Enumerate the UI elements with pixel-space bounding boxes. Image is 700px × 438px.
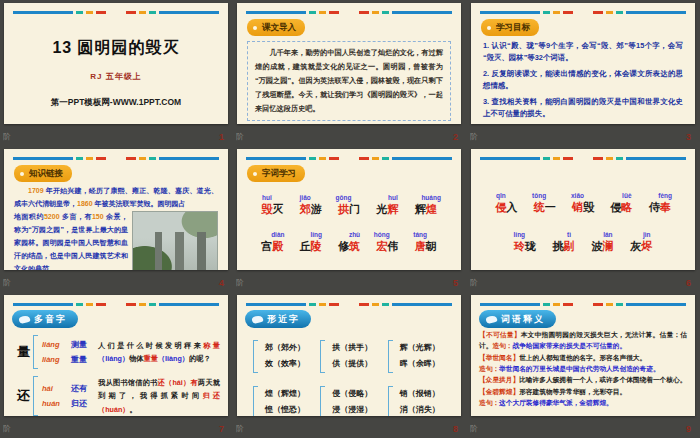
sentence: 战争给国家带来的损失是不可估量的。	[512, 342, 626, 349]
slide-cell-6: qīn侵入 tǒng统一 xiāo销毁 侵lüè略 侍fèng奉 líng玲珑 …	[467, 146, 700, 292]
key-char-wrap: huī辉	[387, 202, 398, 217]
brace	[253, 340, 258, 373]
key-char-wrap: diàn殿	[272, 239, 283, 254]
definition-entry: 【金碧辉煌】形容建筑物等异常华丽，光彩夺目。造句：这个大厅装修得豪华气派，金碧辉…	[479, 387, 687, 409]
text-run: 。	[130, 405, 137, 414]
sentence-label: 造句：	[479, 365, 499, 372]
slide-thumbnail-1[interactable]: 13 圆明园的毁灭 RJ 五年级上 第一PPT模板网-WWW.1PPT.COM	[4, 3, 228, 124]
corner-watermark: 阶	[236, 131, 244, 142]
char-pair: 拱（拱手）供（提供）	[320, 340, 381, 373]
pair-top: 拱（拱手）	[332, 340, 372, 356]
key-char: 澜	[602, 240, 613, 252]
knowledge-paragraph: 地面积约5200 多亩，有150 余景，称为“万园之园”，是世界上最大的皇家园林…	[14, 211, 128, 270]
slide-top-border	[246, 157, 452, 160]
text-run: （liáng）	[98, 354, 129, 363]
paper-plane-icon	[18, 314, 30, 323]
polyphone-group: 量 liáng测量 liàng重量 人们是什么时候发明秤来称量（liáng）物体…	[17, 335, 220, 369]
site-watermark-text: 第一PPT模板网-WWW.1PPT.COM	[4, 97, 228, 109]
key-char: 殿	[272, 240, 283, 252]
slide-cell-4: 知识链接 1709 年开始兴建，经历了康熙、雍正、乾隆、嘉庆、道光、咸丰六代清朝…	[0, 146, 233, 292]
pinyin: huán	[42, 399, 66, 408]
key-char-wrap: táng唐	[415, 239, 426, 254]
pinyin: zhù	[349, 231, 360, 238]
char: 门	[349, 202, 360, 217]
slide-thumbnail-2[interactable]: 课文导入 几千年来，勤劳的中国人民创造了灿烂的文化，有过辉煌的成就，建筑就是文化…	[237, 3, 461, 124]
pinyin: hái	[42, 384, 66, 393]
lesson-title: 13 圆明园的毁灭	[4, 38, 228, 59]
char-pair: 销（报销）消（消失）	[388, 386, 449, 416]
example-word: 重量	[71, 354, 87, 365]
vocab-word: líng玲珑	[514, 239, 536, 254]
char: 波	[591, 239, 602, 254]
key-char: 剔	[564, 240, 575, 252]
key-char: 略	[621, 201, 632, 213]
slide-thumbnail-8[interactable]: 形近字 郊（郊外）效（效率） 拱（拱手）供（提供） 辉（光辉）晖（余晖） 煌（辉…	[237, 295, 461, 416]
char: 灭	[272, 202, 283, 217]
char: 侍	[649, 200, 660, 215]
vocab-word: gǒng拱门	[338, 202, 360, 217]
vocab-row: huǐ毁灭 jiāo郊游 gǒng拱门 光huī辉 辉huáng煌	[237, 202, 461, 217]
key-char: 奉	[660, 201, 671, 213]
slide-cell-7: 多音字 量 liáng测量 liàng重量 人们是什么时候发明秤来称量（lián…	[0, 292, 233, 438]
key-char-wrap: huǐ毁	[261, 202, 272, 217]
pair-top: 辉（光辉）	[400, 340, 440, 356]
section-badge-polyphone: 多音字	[12, 310, 78, 328]
text-run: 重量	[144, 354, 158, 363]
vocab-word: 辉huáng煌	[415, 202, 437, 217]
polyphone-group: 还 hái还有 huán归还 我从图书馆借的书还（hái）有两天就到期了，我得抓…	[17, 376, 220, 416]
term: 【不可估量】	[479, 331, 521, 338]
slide-thumbnail-7[interactable]: 多音字 量 liáng测量 liàng重量 人们是什么时候发明秤来称量（lián…	[4, 295, 228, 416]
learning-goals-list: 1. 认识“殿、珑”等9个生字，会写“毁、郊”等15个字，会写“毁灭、园林”等3…	[483, 40, 683, 121]
slide-thumbnail-4[interactable]: 知识链接 1709 年开始兴建，经历了康熙、雍正、乾隆、嘉庆、道光、咸丰六代清朝…	[4, 149, 228, 270]
slide-cell-8: 形近字 郊（郊外）效（效率） 拱（拱手）供（提供） 辉（光辉）晖（余晖） 煌（辉…	[233, 292, 467, 438]
key-char: 筑	[349, 240, 360, 252]
badge-label: 词语释义	[501, 313, 545, 326]
reading: liáng测量	[42, 339, 98, 350]
corner-watermark: 阶	[470, 277, 478, 288]
goal-item: 3. 查找相关资料，能明白圆明园的毁灭是中国和世界文化史上不可估量的损失。	[483, 96, 683, 121]
vocab-word: 侵lüè略	[610, 200, 632, 215]
slide-thumbnail-5[interactable]: 字词学习 huǐ毁灭 jiāo郊游 gǒng拱门 光huī辉 辉huáng煌 宫…	[237, 149, 461, 270]
char-pair: 辉（光辉）晖（余晖）	[388, 340, 449, 373]
readings: hái还有 huán归还	[42, 379, 98, 413]
example-word: 测量	[71, 339, 87, 350]
slide-thumbnail-9[interactable]: 词语释义 【不可估量】本文中指圆明园的毁灭损失巨大，无法计算。估量：估计。造句：…	[471, 295, 695, 416]
knowledge-paragraph: 1709 年开始兴建，经历了康熙、雍正、乾隆、嘉庆、道光、咸丰六代清朝皇帝，18…	[14, 185, 218, 211]
section-badge-vocab: 字词学习	[247, 165, 305, 182]
definition: 形容建筑物等异常华丽，光彩夺目。	[519, 388, 626, 395]
pair-top: 煌（辉煌）	[265, 386, 305, 402]
sentence-label: 造句：	[492, 342, 512, 349]
vocab-word: táng唐朝	[415, 239, 437, 254]
vocab-word: hóng宏伟	[376, 239, 398, 254]
slide-thumbnail-3[interactable]: 学习目标 1. 认识“殿、珑”等9个生字，会写“毁、郊”等15个字，会写“毁灭、…	[471, 3, 695, 124]
area-number: 5200	[44, 213, 60, 220]
vocab-word: 挑tì剔	[553, 239, 575, 254]
definition: 世上的人都知道他的名字。形容名声很大。	[519, 354, 646, 361]
badge-label: 多音字	[34, 313, 67, 326]
goal-item: 1. 认识“殿、珑”等9个生字，会写“毁、郊”等15个字，会写“毁灭、园林”等3…	[483, 40, 683, 65]
corner-watermark: 阶	[3, 277, 11, 288]
key-char: 毁	[261, 203, 272, 215]
slide-top-border	[480, 157, 686, 160]
char: 挑	[553, 239, 564, 254]
corner-watermark: 阶	[3, 423, 11, 434]
slide-thumbnail-6[interactable]: qīn侵入 tǒng统一 xiāo销毁 侵lüè略 侍fèng奉 líng玲珑 …	[471, 149, 695, 270]
key-char: 烬	[641, 240, 652, 252]
pinyin: jìn	[643, 231, 651, 238]
key-char-wrap: gǒng拱	[338, 202, 349, 217]
brace	[33, 335, 38, 369]
paper-plane-icon	[485, 314, 497, 323]
definitions-list: 【不可估量】本文中指圆明园的毁灭损失巨大，无法计算。估量：估计。造句：战争给国家…	[479, 330, 687, 409]
section-badge-intro: 课文导入	[247, 19, 305, 36]
slide-top-border	[13, 303, 219, 306]
char-pair: 煌（辉煌）惶（惶恐）	[253, 386, 314, 416]
goal-item: 2. 反复朗读课文，能读出情感的变化，体会课文所表达的思想情感。	[483, 68, 683, 93]
slide-thumbnail-grid: 13 圆明园的毁灭 RJ 五年级上 第一PPT模板网-WWW.1PPT.COM …	[0, 0, 700, 438]
definition: 比喻许多人簇拥着一个人，或许多个体围绕着一个核心。	[519, 376, 686, 383]
term: 【举世闻名】	[479, 354, 519, 361]
definition-entry: 【不可估量】本文中指圆明园的毁灭损失巨大，无法计算。估量：估计。造句：战争给国家…	[479, 330, 687, 352]
char: 灰	[630, 239, 641, 254]
key-char-wrap: jìn烬	[641, 239, 652, 254]
key-char-wrap: líng玲	[514, 239, 525, 254]
slide-top-border	[13, 11, 219, 14]
